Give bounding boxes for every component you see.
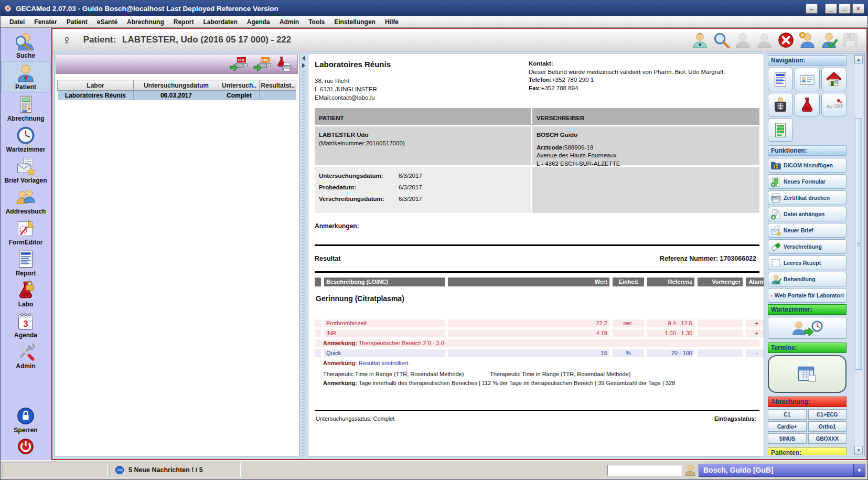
doctor-icon[interactable] <box>691 31 709 49</box>
menu-datei[interactable]: Datei <box>5 17 29 27</box>
scroll-down-icon[interactable]: ▼ <box>854 446 863 454</box>
sidebar-item-addressbuch[interactable]: Addressbuch <box>2 186 50 216</box>
sidebar-item-abrechnung[interactable]: Abrechnung <box>2 93 50 123</box>
save-icon[interactable] <box>841 31 859 49</box>
nav-home-button[interactable] <box>821 68 846 91</box>
zertifikat-drucken-button[interactable]: Zertifikat drucken <box>768 190 846 205</box>
sidebar-item-brief-vorlagen[interactable]: Brief Vorlagen <box>2 155 50 185</box>
nav-mydsp-button[interactable]: my DSP <box>821 93 846 116</box>
next-patient-icon[interactable] <box>755 31 773 49</box>
sidebar-item-agenda[interactable]: Agenda <box>2 310 50 340</box>
splitter-handle[interactable] <box>302 71 305 456</box>
menu-patient[interactable]: Patient <box>62 17 92 27</box>
datei-anhaengen-button[interactable]: Datei anhängen <box>768 207 846 221</box>
menu-abrechnung[interactable]: Abrechnung <box>122 17 169 27</box>
menu-esante[interactable]: eSanté <box>92 17 122 27</box>
minimize-button[interactable]: _ <box>825 4 837 14</box>
web-portale-labor-button[interactable]: Web Portale für Laboratori <box>768 288 846 303</box>
patient-card-icon <box>799 71 816 88</box>
export-xml-icon[interactable]: XML <box>253 57 272 72</box>
new-form-icon <box>770 176 781 187</box>
billing-c1-button[interactable]: C1 <box>768 409 807 420</box>
result-row-prothrombinzeit: Prothrombinzeit 22.2 sec. 9.4 - 12.5 + <box>315 319 759 327</box>
nav-patient-card-button[interactable] <box>795 68 820 91</box>
export-pdf-icon[interactable]: PDF <box>229 57 248 72</box>
neues-formular-button[interactable]: Neues Formular <box>768 174 846 189</box>
right-scrollbar[interactable]: ▲ ▼ <box>854 55 863 455</box>
result-note-ttr-days: Anmerkung: Tage innerhalb des therapeuti… <box>315 379 759 387</box>
close-patient-icon[interactable] <box>777 31 795 49</box>
sidebar-item-labo[interactable]: Labo <box>2 279 50 309</box>
search-patient-icon[interactable] <box>712 31 730 49</box>
maximize-button[interactable]: □ <box>839 4 851 14</box>
report-document-icon <box>772 71 789 88</box>
col-untersuchungsdatum[interactable]: Untersuchungsdatum <box>134 80 219 91</box>
col-labor[interactable]: Labor <box>58 80 134 91</box>
menu-fenster[interactable]: Fenster <box>29 17 61 27</box>
sidebar-item-patient[interactable]: Patient <box>2 61 50 92</box>
collapse-left-icon[interactable] <box>302 56 305 61</box>
nav-report-button[interactable] <box>768 68 793 91</box>
scroll-up-icon[interactable]: ▲ <box>854 55 863 63</box>
sidebar-item-report[interactable]: Report <box>2 248 50 278</box>
result-row-quick: Quick 15 % 70 - 100 - <box>315 349 759 357</box>
menu-hilfe[interactable]: Hilfe <box>380 17 403 27</box>
billing-sinus-button[interactable]: SINUS <box>768 433 807 444</box>
sidebar-item-wartezimmer[interactable]: Wartezimmer <box>2 124 50 154</box>
billing-ortho1-button[interactable]: Ortho1 <box>808 421 847 432</box>
power-icon <box>16 437 35 456</box>
menu-report[interactable]: Report <box>169 17 199 27</box>
col-resultatstatus[interactable]: Resultatst.. <box>260 80 296 91</box>
lab-result-row[interactable]: Laboratoires Réunis 06.03.2017 Complet <box>58 91 296 100</box>
neuer-brief-button[interactable]: Neuer Brief <box>768 223 846 238</box>
treatment-check-icon <box>770 274 781 285</box>
dicom-hinzufuegen-button[interactable]: DICOM hinzufügen <box>768 158 846 173</box>
menu-agenda[interactable]: Agenda <box>242 17 275 27</box>
menu-tools[interactable]: Tools <box>304 17 329 27</box>
billing-gboxxx-button[interactable]: GBOXXX <box>808 433 847 444</box>
quick-search-input[interactable] <box>607 465 682 476</box>
leeres-rezept-button[interactable]: Leeres Rezept <box>768 255 846 270</box>
wartezimmer-button[interactable] <box>768 317 846 339</box>
collapse-right-icon[interactable] <box>302 63 305 68</box>
messages-status[interactable]: 5 Neue Nachrichten ! / 5 <box>110 463 241 477</box>
billing-c1ecg-button[interactable]: C1+ECG <box>808 409 847 420</box>
main-area: ♀ Patient:LABTESTER, Udo (2016 05 17 000… <box>51 28 867 460</box>
svg-text:XML: XML <box>261 58 270 61</box>
sidebar-item-suche[interactable]: Suche <box>2 30 50 60</box>
patient-header: ♀ Patient:LABTESTER, Udo (2016 05 17 000… <box>52 29 866 51</box>
blank-prescription-icon <box>770 258 781 269</box>
resize-window-button[interactable]: ↔ <box>806 4 818 14</box>
sidebar-item-formeditor[interactable]: FormEditor <box>2 217 50 247</box>
messages-icon <box>115 465 124 475</box>
menu-einstellungen[interactable]: Einstellungen <box>329 17 380 27</box>
user-icon <box>684 464 696 476</box>
behandlung-button[interactable]: Behandlung <box>768 272 846 286</box>
termine-button[interactable] <box>768 355 846 393</box>
sidebar-item-sperren[interactable]: Sperren <box>2 404 50 435</box>
print-lab-icon[interactable] <box>276 57 292 72</box>
add-patient-icon[interactable] <box>798 31 816 49</box>
lab-toolbar: PDF XML <box>56 55 298 74</box>
nav-forms-button[interactable] <box>768 118 793 142</box>
mydsp-icon: my DSP <box>824 97 843 113</box>
close-window-button[interactable]: × <box>852 4 864 14</box>
user-select[interactable]: Bosch, Guido [GuB] ▼ <box>699 464 865 477</box>
combo-dropdown-icon[interactable]: ▼ <box>853 464 865 476</box>
menu-admin[interactable]: Admin <box>275 17 304 27</box>
col-untersuchungsstatus[interactable]: Untersuch.. <box>219 80 260 91</box>
nav-labo-button[interactable] <box>795 93 820 116</box>
panel-splitter[interactable] <box>301 53 307 456</box>
sidebar-item-admin[interactable]: Admin <box>2 340 50 371</box>
validate-patient-icon[interactable] <box>820 31 838 49</box>
untersuchungsstatus: Untersuchungsstatus: Complet <box>316 415 394 422</box>
menu-labordaten[interactable]: Labordaten <box>198 17 242 27</box>
green-form-icon <box>772 122 789 138</box>
nav-xray-button[interactable] <box>768 93 793 116</box>
scrollbar-thumb[interactable] <box>855 118 862 370</box>
verschreibung-button[interactable]: Verschreibung <box>768 239 846 254</box>
billing-cardio-button[interactable]: Cardio+ <box>768 421 807 432</box>
lab-results-list-panel: PDF XML Labor Untersuchungsdatum Untersu… <box>54 53 299 456</box>
logout-button[interactable] <box>2 435 50 457</box>
previous-patient-icon[interactable] <box>734 31 752 49</box>
